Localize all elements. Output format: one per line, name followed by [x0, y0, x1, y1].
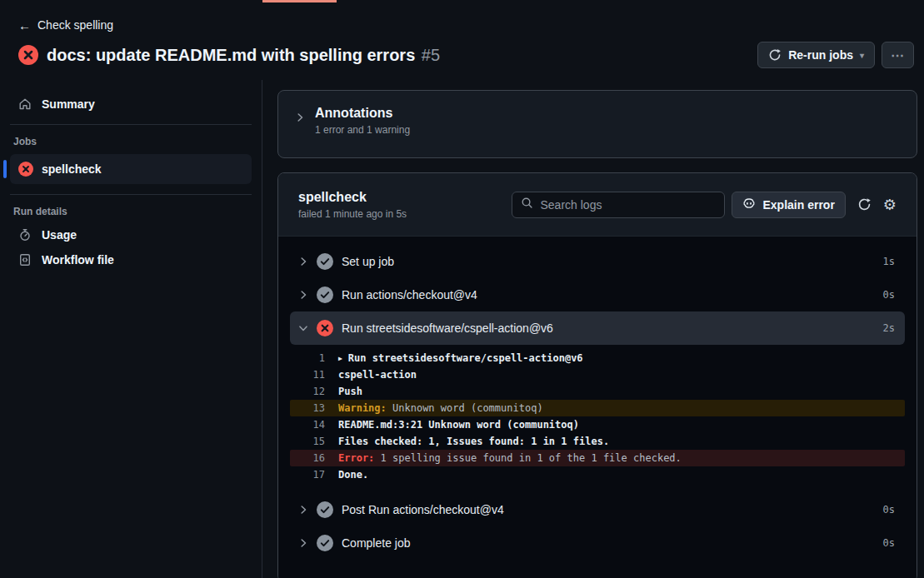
chevron-right-icon: [298, 290, 308, 300]
code-file-icon: [18, 253, 32, 267]
run-details-section-label: Run details: [10, 202, 252, 222]
step-duration: 0s: [883, 537, 895, 549]
page-title: docs: update README.md with spelling err…: [47, 46, 440, 65]
stopwatch-icon: [18, 228, 32, 242]
sidebar-item-label: Workflow file: [42, 253, 114, 267]
log-line-error[interactable]: 16 Error: 1 spelling issue found in 1 of…: [290, 450, 905, 466]
log-line[interactable]: 1 ▶ Run streetsidesoftware/cspell-action…: [290, 350, 905, 366]
chevron-right-icon: [298, 257, 308, 267]
log-line[interactable]: 15 Files checked: 1, Issues found: 1 in …: [290, 433, 905, 450]
log-line-number: 1: [295, 352, 325, 364]
annotations-panel[interactable]: Annotations 1 error and 1 warning: [277, 90, 917, 158]
run-failed-icon: [18, 45, 38, 65]
step-row-setup-job[interactable]: Set up job 1s: [290, 245, 905, 278]
rerun-jobs-button[interactable]: Re-run jobs ▾: [757, 42, 875, 68]
log-line[interactable]: 17 Done.: [290, 466, 905, 483]
main-content: Annotations 1 error and 1 warning spellc…: [262, 80, 924, 578]
step-row-cspell-action[interactable]: Run streetsidesoftware/cspell-action@v6 …: [290, 311, 905, 345]
step-success-icon: [317, 501, 333, 518]
sync-icon: [768, 48, 782, 62]
sidebar-item-summary[interactable]: Summary: [10, 92, 252, 117]
log-line[interactable]: 11 cspell-action: [290, 366, 905, 383]
step-success-icon: [317, 287, 333, 303]
log-line-number: 13: [295, 402, 325, 414]
chevron-right-icon: [298, 505, 308, 515]
loading-progress-bar: [262, 0, 337, 2]
chevron-down-icon: ▾: [860, 51, 864, 60]
log-line-number: 16: [295, 452, 325, 464]
refresh-logs-button[interactable]: [857, 197, 872, 212]
step-row-post-checkout[interactable]: Post Run actions/checkout@v4 0s: [290, 493, 905, 526]
job-failed-icon: [18, 162, 33, 177]
log-line[interactable]: 12 Push: [290, 383, 905, 400]
error-prefix: Error:: [338, 452, 374, 464]
step-label: Complete job: [342, 536, 411, 550]
search-logs-box[interactable]: [512, 192, 725, 218]
step-label: Run actions/checkout@v4: [342, 288, 477, 301]
chevron-right-icon: [295, 111, 305, 126]
sidebar-item-label: Summary: [42, 97, 95, 111]
step-label: Run streetsidesoftware/cspell-action@v6: [342, 321, 553, 335]
step-duration: 2s: [883, 322, 895, 334]
sidebar-divider: [10, 124, 252, 125]
chevron-right-icon: [298, 538, 308, 548]
log-line-number: 11: [295, 369, 325, 381]
step-duration: 0s: [883, 504, 895, 516]
sidebar-item-workflow-file[interactable]: Workflow file: [10, 247, 252, 272]
copilot-icon: [742, 197, 756, 212]
job-name-label: spellcheck: [42, 162, 102, 176]
step-duration: 0s: [883, 289, 895, 301]
step-failure-icon: [317, 320, 333, 336]
log-block: 1 ▶ Run streetsidesoftware/cspell-action…: [290, 350, 905, 483]
search-logs-input[interactable]: [540, 198, 716, 212]
workflow-name: Check spelling: [37, 18, 113, 32]
log-line[interactable]: 14 README.md:3:21 Unknown word (communit…: [290, 416, 905, 433]
log-area: Set up job 1s Run actions/checkout@v4 0s…: [278, 237, 917, 578]
run-number: #5: [422, 46, 440, 64]
log-settings-button[interactable]: ⚙: [883, 196, 897, 214]
log-line-warning[interactable]: 13 Warning: Unknown word (communitoq): [290, 400, 905, 416]
log-line-number: 12: [295, 386, 325, 397]
step-success-icon: [317, 253, 333, 270]
log-line-number: 14: [295, 419, 325, 431]
selected-indicator: [3, 160, 7, 178]
chevron-down-icon: [298, 323, 308, 333]
home-icon: [18, 97, 32, 111]
log-line-number: 15: [295, 436, 325, 447]
annotations-summary: 1 error and 1 warning: [315, 124, 410, 136]
step-label: Set up job: [342, 255, 394, 268]
log-line-number: 17: [295, 469, 325, 481]
step-row-complete-job[interactable]: Complete job 0s: [290, 526, 905, 560]
more-options-button[interactable]: ⋯: [882, 42, 914, 68]
sidebar: Summary Jobs spellcheck Run details Usag…: [0, 80, 262, 578]
job-log-panel: spellcheck failed 1 minute ago in 5s Exp…: [277, 172, 917, 578]
sidebar-divider: [10, 194, 252, 195]
jobs-section-label: Jobs: [10, 132, 252, 152]
gear-icon: ⚙: [883, 196, 897, 214]
sidebar-item-label: Usage: [42, 228, 77, 242]
step-row-checkout[interactable]: Run actions/checkout@v4 0s: [290, 278, 905, 311]
explain-error-button[interactable]: Explain error: [732, 192, 845, 218]
sidebar-item-job-spellcheck[interactable]: spellcheck: [10, 154, 252, 184]
back-arrow-icon: ←: [18, 18, 31, 32]
step-success-icon: [317, 535, 333, 551]
warning-prefix: Warning:: [338, 402, 387, 414]
back-link[interactable]: ← Check spelling: [18, 17, 914, 33]
kebab-icon: ⋯: [891, 47, 905, 63]
job-title: spellcheck: [298, 190, 423, 205]
step-duration: 1s: [883, 256, 895, 267]
search-icon: [521, 197, 533, 212]
job-panel-header: spellcheck failed 1 minute ago in 5s Exp…: [278, 173, 917, 237]
job-status-line: failed 1 minute ago in 5s: [298, 208, 423, 220]
page-header: ← Check spelling docs: update README.md …: [0, 0, 924, 80]
log-group-arrow-icon: ▶: [338, 355, 342, 362]
step-label: Post Run actions/checkout@v4: [342, 503, 504, 516]
sidebar-item-usage[interactable]: Usage: [10, 222, 252, 247]
annotations-title: Annotations: [315, 106, 410, 121]
